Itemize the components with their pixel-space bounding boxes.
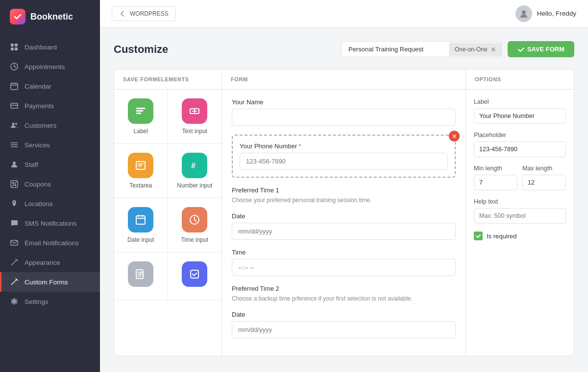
sidebar-item-services[interactable]: Services [0, 135, 100, 155]
svg-rect-9 [11, 103, 18, 108]
date1-input[interactable] [232, 223, 456, 240]
is-required-label: Is required [487, 232, 516, 240]
field-phone-number[interactable]: ✕ Your Phone Number* [232, 135, 456, 178]
svg-rect-25 [136, 113, 141, 114]
max-length-input[interactable] [522, 175, 566, 190]
is-required-row[interactable]: Is required [474, 232, 566, 240]
sidebar-item-staff[interactable]: Staff [0, 155, 100, 174]
panel-options: OPTIONS Label Placeholder Min length [466, 70, 574, 356]
sidebar-item-label: Customers [24, 122, 56, 129]
logo-area: Booknetic [0, 0, 100, 33]
element-number-input[interactable]: # Number input [168, 144, 222, 198]
sidebar-item-label: Staff [24, 161, 38, 168]
svg-point-12 [15, 123, 17, 125]
element-text-input[interactable]: Text input [168, 90, 222, 144]
sidebar-item-dashboard[interactable]: Dashboard [0, 37, 100, 57]
time1-input[interactable] [232, 259, 456, 276]
text-input-label: Text input [182, 128, 207, 135]
your-name-input[interactable] [232, 109, 456, 126]
placeholder-option-label: Placeholder [474, 132, 566, 139]
element-file-upload[interactable] [114, 253, 168, 300]
header-right: One-on-One ✕ SAVE FORM [341, 41, 574, 57]
min-length-input[interactable] [474, 175, 517, 190]
sidebar-nav: Dashboard Appointments Calendar Payments… [0, 33, 100, 372]
time1-label: Time [232, 249, 456, 256]
svg-rect-2 [11, 47, 14, 50]
sidebar-item-payments[interactable]: Payments [0, 96, 100, 116]
save-form-button[interactable]: SAVE FORM [508, 41, 574, 57]
panel-form: FORM Your Name ✕ Your Phone Number* [222, 70, 466, 356]
phone-input[interactable] [240, 153, 448, 170]
logo-icon [10, 9, 25, 24]
staff-icon [10, 160, 19, 169]
sidebar: Booknetic Dashboard Appointments Calenda… [0, 0, 100, 372]
svg-rect-37 [191, 270, 198, 278]
element-checkbox[interactable] [168, 253, 222, 300]
sidebar-item-label: Services [24, 141, 50, 149]
field-date-1: Date [232, 212, 456, 240]
user-info[interactable]: Hello, Freddy [515, 5, 576, 22]
svg-rect-29 [138, 165, 142, 166]
form-tag-remove[interactable]: ✕ [490, 46, 496, 53]
services-icon [10, 140, 19, 149]
sidebar-item-sms[interactable]: SMS Notifications [0, 213, 100, 233]
element-label-text: Label [134, 128, 148, 135]
customers-icon [10, 121, 19, 130]
sidebar-item-appearance[interactable]: Appearance [0, 253, 100, 272]
wordpress-label: WORDPRESS [130, 10, 169, 17]
sidebar-item-label: SMS Notifications [24, 220, 77, 227]
sidebar-item-coupons[interactable]: Coupons [0, 174, 100, 194]
min-length-label: Min length [474, 165, 517, 172]
sidebar-item-customers[interactable]: Customers [0, 116, 100, 135]
page-header: Customize One-on-One ✕ SAVE FORM [114, 41, 574, 57]
label-option-label: Label [474, 98, 566, 105]
element-date-input[interactable]: Date input [114, 198, 168, 253]
wordpress-button[interactable]: WORDPRESS [112, 6, 176, 21]
svg-rect-13 [11, 142, 18, 143]
text-input-icon [182, 98, 207, 124]
sidebar-item-email[interactable]: Email Notifications [0, 233, 100, 253]
sidebar-item-label: Custom Forms [24, 279, 68, 286]
field-preferred-time-1: Preferred Time 1 Choose your preferred p… [232, 186, 456, 204]
sidebar-item-appointments[interactable]: Appointments [0, 57, 100, 76]
element-time-input[interactable]: Time input [168, 198, 222, 253]
help-text-group: Help text [474, 198, 566, 224]
sidebar-item-settings[interactable]: Settings [0, 292, 100, 311]
field-your-name: Your Name [232, 98, 456, 126]
form-name-input[interactable] [342, 42, 449, 57]
svg-rect-24 [136, 110, 143, 112]
label-option-input[interactable] [474, 108, 566, 124]
sidebar-item-locations[interactable]: Locations [0, 194, 100, 213]
check-icon [475, 233, 481, 239]
time-input-icon [182, 207, 207, 232]
is-required-checkbox[interactable] [474, 232, 483, 240]
checkmark-icon [517, 46, 524, 53]
back-arrow-icon [119, 10, 126, 17]
placeholder-option-input[interactable] [474, 141, 566, 157]
help-text-label: Help text [474, 198, 566, 205]
date2-label: Date [232, 311, 456, 318]
element-textarea[interactable]: Textarea [114, 144, 168, 198]
date2-input[interactable] [232, 321, 456, 338]
sidebar-item-calendar[interactable]: Calendar [0, 76, 100, 96]
checkbox-icon [182, 261, 207, 287]
appointments-icon [10, 62, 19, 71]
svg-rect-21 [11, 240, 18, 245]
help-text-input[interactable] [474, 208, 566, 224]
sidebar-item-custom-forms[interactable]: Custom Forms [0, 272, 100, 292]
page-content-area: Customize One-on-One ✕ SAVE FORM [100, 27, 588, 372]
options-area: Label Placeholder Min length Max l [466, 90, 574, 249]
form-name-group: One-on-One ✕ [341, 41, 502, 57]
time-input-label: Time input [181, 236, 208, 243]
svg-rect-3 [15, 47, 18, 50]
main-content: WORDPRESS Hello, Freddy Customize One-on… [100, 0, 588, 372]
sidebar-item-label: Appearance [24, 259, 60, 266]
svg-rect-1 [15, 44, 18, 46]
element-label[interactable]: Label [114, 90, 168, 144]
field-time-1: Time [232, 249, 456, 276]
remove-field-button[interactable]: ✕ [449, 131, 460, 141]
sidebar-item-label: Payments [24, 102, 54, 110]
svg-point-17 [12, 182, 13, 183]
logo-text: Booknetic [30, 12, 73, 22]
max-length-label: Max length [522, 165, 566, 172]
